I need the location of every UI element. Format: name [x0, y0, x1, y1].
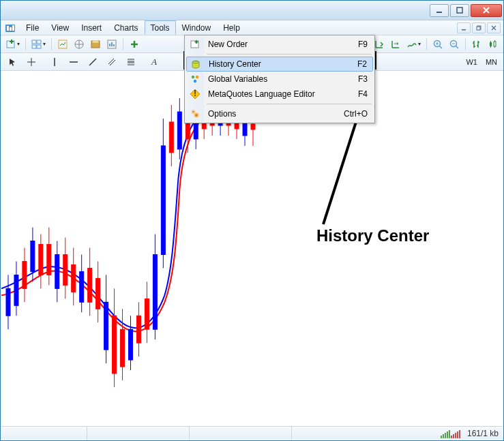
svg-rect-0 [436, 12, 442, 13]
mql-editor-icon: ! [190, 89, 201, 100]
svg-rect-22 [494, 42, 496, 46]
horizontal-line-icon [68, 57, 79, 67]
menu-item-shortcut: F2 [357, 59, 367, 69]
menu-item-label: New Order [208, 40, 248, 49]
svg-point-17 [92, 40, 99, 43]
bar-chart-icon [471, 39, 482, 50]
cursor-button[interactable] [5, 55, 20, 70]
menu-item-global-variables[interactable]: Global Variables F3 [186, 72, 373, 87]
svg-rect-1 [457, 7, 462, 13]
menu-separator [207, 54, 372, 55]
menu-help[interactable]: Help [217, 20, 246, 35]
svg-rect-13 [37, 45, 41, 48]
window-close-button[interactable] [471, 4, 502, 17]
svg-rect-61 [23, 261, 27, 288]
new-order-icon [190, 39, 201, 50]
terminal-icon [90, 39, 101, 50]
vertical-line-button[interactable] [47, 55, 62, 70]
menu-window[interactable]: Window [176, 20, 218, 35]
navigator-icon [74, 39, 85, 50]
chart-area[interactable]: History Center [1, 71, 503, 426]
new-order-button[interactable] [127, 37, 142, 52]
menu-item-label: MetaQuotes Language Editor [208, 89, 315, 99]
svg-rect-49 [153, 254, 157, 329]
svg-rect-6 [462, 29, 466, 31]
crosshair-button[interactable] [24, 55, 39, 70]
timeframe-w1[interactable]: W1 [464, 55, 479, 69]
indicators-icon [406, 39, 417, 50]
navigator-button[interactable] [72, 37, 87, 52]
svg-rect-35 [6, 288, 10, 316]
tools-dropdown-menu: New Order F9 History Center F2 Global Va… [184, 35, 375, 123]
svg-rect-47 [128, 329, 132, 360]
svg-rect-11 [37, 40, 41, 44]
svg-rect-73 [96, 278, 100, 309]
zoom-in-icon [432, 39, 443, 50]
mdi-minimize-button[interactable] [457, 22, 471, 33]
text-button[interactable]: A [147, 55, 162, 70]
svg-point-28 [194, 80, 196, 82]
history-center-icon [190, 59, 201, 70]
menu-tools[interactable]: Tools [145, 20, 176, 35]
profiles-icon [31, 39, 42, 50]
channel-icon [106, 57, 117, 67]
svg-rect-95 [251, 124, 255, 130]
svg-rect-77 [121, 329, 125, 367]
svg-rect-65 [47, 245, 51, 275]
auto-scroll-button[interactable] [388, 37, 403, 52]
new-chart-button[interactable]: ▾ [3, 37, 22, 52]
profiles-button[interactable]: ▾ [29, 37, 48, 52]
svg-text:!: ! [194, 89, 196, 98]
vertical-line-icon [49, 57, 60, 67]
tester-button[interactable] [104, 37, 119, 52]
menu-item-history-center[interactable]: History Center F2 [186, 57, 373, 72]
timeframe-mn[interactable]: MN [484, 55, 499, 69]
svg-rect-79 [136, 316, 140, 343]
market-watch-button[interactable] [55, 37, 70, 52]
svg-rect-8 [477, 27, 480, 30]
trendline-icon [87, 57, 98, 67]
market-watch-icon [57, 39, 68, 50]
horizontal-line-button[interactable] [66, 55, 81, 70]
fibonacci-button[interactable] [123, 55, 138, 70]
zoom-out-button[interactable] [447, 37, 462, 52]
statusbar-left [5, 427, 292, 440]
mdi-close-button[interactable] [487, 22, 501, 33]
svg-point-32 [193, 111, 194, 112]
menu-separator [207, 104, 372, 104]
menu-insert[interactable]: Insert [75, 20, 108, 35]
menu-item-shortcut: F4 [358, 89, 368, 99]
svg-rect-81 [145, 299, 149, 329]
menu-item-new-order[interactable]: New Order F9 [186, 37, 373, 52]
candle-chart-button[interactable] [486, 37, 501, 52]
menu-item-options[interactable]: Options Ctrl+O [186, 106, 373, 121]
svg-rect-45 [104, 302, 108, 350]
window-titlebar [1, 1, 503, 20]
menu-item-shortcut: F9 [358, 40, 368, 49]
menu-charts[interactable]: Charts [108, 20, 144, 35]
window-frame: File View Insert Charts Tools Window Hel… [0, 0, 504, 441]
zoom-out-icon [449, 39, 460, 50]
indicators-button[interactable]: ▾ [404, 37, 423, 52]
svg-rect-83 [169, 122, 173, 153]
zoom-in-button[interactable] [430, 37, 445, 52]
menu-item-label: Options [208, 109, 236, 119]
menu-item-mql-editor[interactable]: ! MetaQuotes Language Editor F4 [186, 87, 373, 102]
trendline-button[interactable] [85, 55, 100, 70]
terminal-button[interactable] [88, 37, 103, 52]
window-maximize-button[interactable] [450, 4, 469, 17]
crosshair-icon [26, 57, 37, 67]
window-minimize-button[interactable] [430, 4, 449, 17]
fibonacci-icon [125, 57, 136, 67]
channel-button[interactable] [104, 55, 119, 70]
bar-chart-button[interactable] [469, 37, 484, 52]
svg-rect-63 [39, 245, 43, 275]
auto-scroll-icon [390, 39, 401, 50]
candle-chart-icon [488, 39, 499, 50]
menu-file[interactable]: File [20, 20, 45, 35]
svg-rect-39 [31, 241, 35, 272]
svg-rect-43 [80, 271, 84, 302]
mdi-restore-button[interactable] [472, 22, 486, 33]
menu-view[interactable]: View [45, 20, 75, 35]
svg-rect-5 [12, 25, 14, 31]
